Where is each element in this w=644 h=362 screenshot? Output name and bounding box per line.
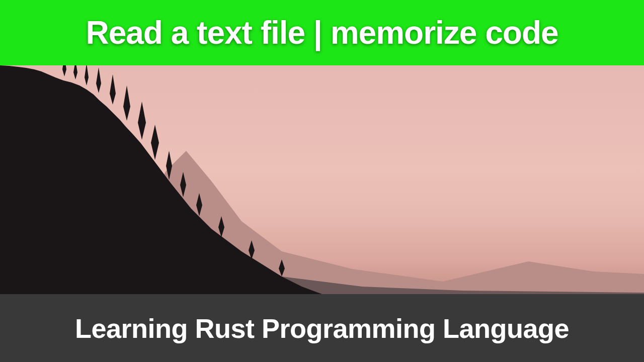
bottom-banner: Learning Rust Programming Language	[0, 294, 644, 362]
top-banner: Read a text file | memorize code	[0, 0, 644, 65]
top-banner-title: Read a text file | memorize code	[86, 14, 558, 51]
mountain-near	[0, 65, 644, 294]
hero-image	[0, 65, 644, 294]
bottom-banner-title: Learning Rust Programming Language	[75, 313, 569, 344]
